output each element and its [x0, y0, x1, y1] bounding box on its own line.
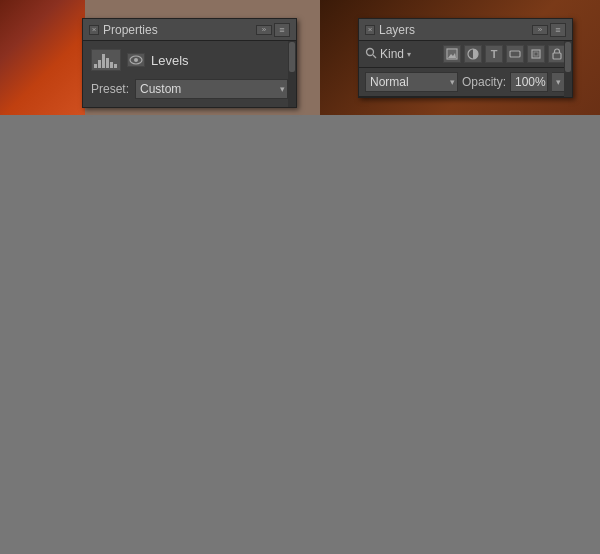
smart-filter-button[interactable]	[527, 45, 545, 63]
kind-label: Kind	[380, 47, 404, 61]
type-filter-button[interactable]: T	[485, 45, 503, 63]
layers-titlebar: × Layers » ≡	[359, 19, 572, 41]
opacity-label: Opacity:	[462, 75, 506, 89]
svg-rect-10	[534, 52, 538, 56]
properties-title-left: × Properties	[89, 23, 158, 37]
shape-filter-icon	[509, 48, 521, 60]
properties-collapse-button[interactable]: »	[256, 25, 272, 35]
properties-panel: × Properties » ≡	[82, 18, 297, 108]
adjustment-filter-button[interactable]	[464, 45, 482, 63]
layers-title-text: Layers	[379, 23, 415, 37]
opacity-value[interactable]: 100%	[510, 72, 548, 92]
eye-svg	[129, 55, 143, 65]
properties-scrollbar[interactable]	[288, 41, 296, 107]
properties-menu-button[interactable]: ≡	[274, 23, 290, 37]
preset-select-wrapper: Custom Default Darker Increase Contrast …	[135, 79, 288, 99]
properties-close-button[interactable]: ×	[89, 25, 99, 35]
bar3	[102, 54, 105, 68]
blend-mode-select[interactable]: Normal Dissolve Darken Multiply Color Bu…	[365, 72, 458, 92]
svg-rect-8	[510, 51, 520, 57]
svg-point-2	[367, 49, 374, 56]
layers-filter-toolbar: Kind ▾ T	[359, 41, 572, 68]
layers-filter-icons: T	[443, 45, 566, 63]
bar6	[114, 64, 117, 68]
adjustment-filter-icon	[467, 48, 479, 60]
properties-content: Levels Preset: Custom Default Darker Inc…	[83, 41, 296, 107]
lock-filter-icon	[552, 48, 562, 60]
layers-scrollbar[interactable]	[564, 41, 572, 97]
bar1	[94, 64, 97, 68]
properties-title-right: » ≡	[256, 23, 290, 37]
levels-row: Levels	[91, 49, 288, 71]
layers-blending-row: Normal Dissolve Darken Multiply Color Bu…	[359, 68, 572, 97]
svg-point-1	[134, 58, 138, 62]
layers-close-button[interactable]: ×	[365, 25, 375, 35]
smart-filter-icon	[530, 48, 542, 60]
layers-panel: × Layers » ≡ Kind ▾	[358, 18, 573, 98]
layers-menu-button[interactable]: ≡	[550, 23, 566, 37]
image-filter-button[interactable]	[443, 45, 461, 63]
layers-collapse-button[interactable]: »	[532, 25, 548, 35]
svg-rect-11	[553, 53, 561, 59]
layers-scrollbar-thumb	[565, 42, 571, 72]
layers-title-left: × Layers	[365, 23, 415, 37]
bar5	[110, 62, 113, 68]
gray-area	[0, 115, 600, 554]
search-icon	[365, 47, 377, 61]
image-filter-icon	[446, 48, 458, 60]
bar2	[98, 60, 101, 68]
properties-scrollbar-thumb	[289, 42, 295, 72]
layers-title-right: » ≡	[532, 23, 566, 37]
blend-mode-wrapper: Normal Dissolve Darken Multiply Color Bu…	[365, 72, 458, 92]
preset-row: Preset: Custom Default Darker Increase C…	[91, 79, 288, 99]
kind-dropdown-arrow[interactable]: ▾	[407, 50, 411, 59]
svg-line-3	[373, 55, 376, 58]
properties-title-text: Properties	[103, 23, 158, 37]
photo-left	[0, 0, 85, 115]
visibility-toggle[interactable]	[127, 53, 145, 67]
bar4	[106, 58, 109, 68]
search-svg	[365, 47, 377, 59]
preset-label: Preset:	[91, 82, 129, 96]
svg-rect-9	[532, 50, 540, 58]
shape-filter-button[interactable]	[506, 45, 524, 63]
type-filter-icon: T	[491, 48, 498, 60]
preset-select[interactable]: Custom Default Darker Increase Contrast …	[135, 79, 288, 99]
histogram-icon	[91, 49, 121, 71]
properties-titlebar: × Properties » ≡	[83, 19, 296, 41]
levels-label: Levels	[151, 53, 189, 68]
